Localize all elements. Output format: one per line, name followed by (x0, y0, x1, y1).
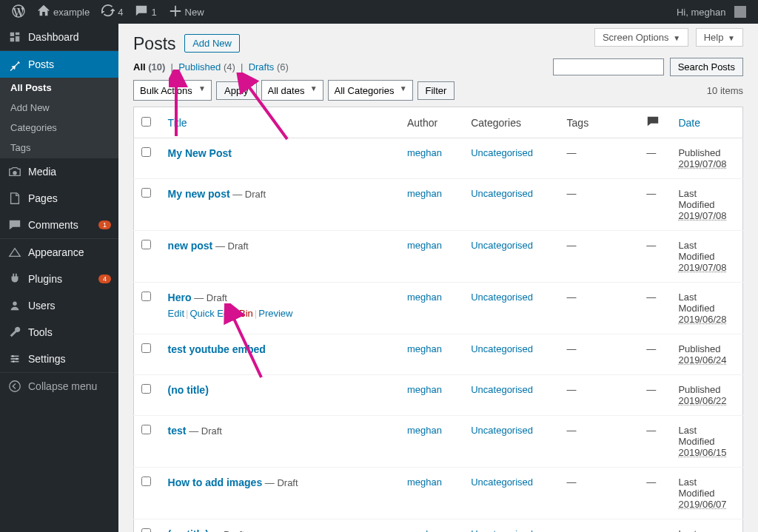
submenu-posts: All Posts Add New Categories Tags (0, 78, 118, 158)
comments-icon (7, 218, 22, 232)
row-checkbox[interactable] (141, 425, 151, 434)
post-title-link[interactable]: (no title) (168, 384, 209, 396)
row-checkbox[interactable] (141, 343, 151, 353)
author-link[interactable]: meghan (407, 240, 442, 251)
category-link[interactable]: Uncategorised (471, 147, 533, 158)
comments-cell: — (639, 283, 671, 334)
menu-posts[interactable]: Posts (0, 50, 118, 78)
author-link[interactable]: meghan (407, 528, 442, 532)
page-icon (7, 191, 22, 206)
category-filter-select[interactable]: All Categories (328, 80, 413, 101)
post-title-link[interactable]: Hero (168, 292, 192, 303)
category-link[interactable]: Uncategorised (471, 188, 533, 199)
date-value: 2019/06/07 (678, 499, 726, 510)
help-btn[interactable]: Help ▼ (696, 28, 743, 47)
filter-all[interactable]: All (10) (133, 61, 165, 73)
menu-users[interactable]: Users (0, 292, 118, 319)
new-content-link[interactable]: New (163, 0, 210, 24)
submenu-categories[interactable]: Categories (0, 118, 118, 138)
menu-label: Tools (28, 326, 53, 338)
updates-link[interactable]: 4 (95, 0, 129, 24)
date-value: 2019/07/08 (678, 210, 726, 221)
apply-button[interactable]: Apply (216, 81, 257, 100)
search-input[interactable] (553, 58, 664, 75)
row-checkbox[interactable] (141, 384, 151, 394)
menu-tools[interactable]: Tools (0, 319, 118, 346)
date-status: LastModified (678, 240, 714, 262)
table-row: My New PostmeghanUncategorised——Publishe… (134, 138, 743, 179)
select-all-checkbox[interactable] (141, 117, 151, 127)
author-link[interactable]: meghan (407, 343, 442, 354)
submenu-tags[interactable]: Tags (0, 138, 118, 158)
category-link[interactable]: Uncategorised (471, 425, 533, 436)
add-new-button[interactable]: Add New (184, 34, 240, 53)
main-content: Screen Options ▼ Help ▼ Posts Add New Al… (118, 24, 758, 532)
submenu-all-posts[interactable]: All Posts (0, 78, 118, 98)
posts-table: Title Author Categories Tags Date My New… (133, 107, 743, 532)
category-link[interactable]: Uncategorised (471, 477, 533, 488)
author-link[interactable]: meghan (407, 147, 442, 158)
table-row: test youtube embedmeghanUncategorised——P… (134, 334, 743, 375)
site-name-link[interactable]: example (31, 0, 95, 24)
table-row: (no title)meghanUncategorised——Published… (134, 375, 743, 416)
post-title-link[interactable]: My New Post (168, 147, 232, 159)
filter-button[interactable]: Filter (417, 81, 455, 100)
filter-published[interactable]: Published (4) (178, 61, 235, 73)
row-checkbox[interactable] (141, 528, 151, 532)
menu-settings[interactable]: Settings (0, 346, 118, 372)
action-quick-edit[interactable]: Quick Edit (190, 308, 233, 319)
search-submit-button[interactable]: Search Posts (670, 58, 743, 76)
my-account-link[interactable]: Hi, meghan (671, 0, 752, 24)
menu-dashboard[interactable]: Dashboard (0, 24, 118, 50)
post-title-link[interactable]: test youtube embed (168, 343, 266, 355)
category-link[interactable]: Uncategorised (471, 292, 533, 303)
wp-logo[interactable] (6, 0, 31, 24)
author-link[interactable]: meghan (407, 477, 442, 488)
admin-sidebar: Dashboard Posts All Posts Add New Catego… (0, 24, 118, 532)
media-icon (7, 164, 22, 179)
col-title[interactable]: Title (168, 117, 187, 129)
action-edit[interactable]: Edit (168, 308, 184, 319)
screen-options-btn[interactable]: Screen Options ▼ (594, 28, 688, 47)
action-bin[interactable]: Bin (239, 308, 253, 319)
post-title-link[interactable]: How to add images (168, 477, 263, 488)
menu-comments[interactable]: Comments1 (0, 212, 118, 238)
col-date[interactable]: Date (678, 117, 700, 129)
page-title: Posts (133, 24, 176, 54)
comments-link[interactable]: 1 (129, 0, 162, 24)
menu-pages[interactable]: Pages (0, 185, 118, 212)
action-preview[interactable]: Preview (258, 308, 292, 319)
category-link[interactable]: Uncategorised (471, 240, 533, 251)
collapse-icon (7, 379, 22, 394)
author-link[interactable]: meghan (407, 425, 442, 436)
svg-point-2 (12, 355, 14, 357)
author-link[interactable]: meghan (407, 188, 442, 199)
comments-cell: — (639, 375, 671, 416)
post-title-link[interactable]: (no title) (168, 528, 209, 532)
category-link[interactable]: Uncategorised (471, 343, 533, 354)
post-title-link[interactable]: test (168, 425, 187, 437)
menu-media[interactable]: Media (0, 158, 118, 185)
date-status: LastModified (678, 528, 714, 532)
filter-drafts[interactable]: Drafts (6) (249, 61, 289, 73)
row-checkbox[interactable] (141, 188, 151, 198)
table-row: How to add images — DraftmeghanUncategor… (134, 468, 743, 519)
post-title-link[interactable]: new post (168, 240, 213, 252)
menu-plugins[interactable]: Plugins4 (0, 266, 118, 292)
date-filter-select[interactable]: All dates (261, 80, 323, 101)
col-author: Author (407, 117, 437, 129)
category-link[interactable]: Uncategorised (471, 528, 533, 532)
author-link[interactable]: meghan (407, 384, 442, 395)
row-checkbox[interactable] (141, 240, 151, 249)
comments-cell: — (639, 519, 671, 533)
collapse-menu[interactable]: Collapse menu (0, 372, 118, 400)
row-checkbox[interactable] (141, 292, 151, 301)
submenu-add-new[interactable]: Add New (0, 98, 118, 118)
author-link[interactable]: meghan (407, 292, 442, 303)
post-title-link[interactable]: My new post (168, 188, 230, 200)
menu-appearance[interactable]: Appearance (0, 238, 118, 266)
row-checkbox[interactable] (141, 477, 151, 486)
row-checkbox[interactable] (141, 147, 151, 157)
category-link[interactable]: Uncategorised (471, 384, 533, 395)
bulk-action-select[interactable]: Bulk Actions (133, 80, 212, 101)
